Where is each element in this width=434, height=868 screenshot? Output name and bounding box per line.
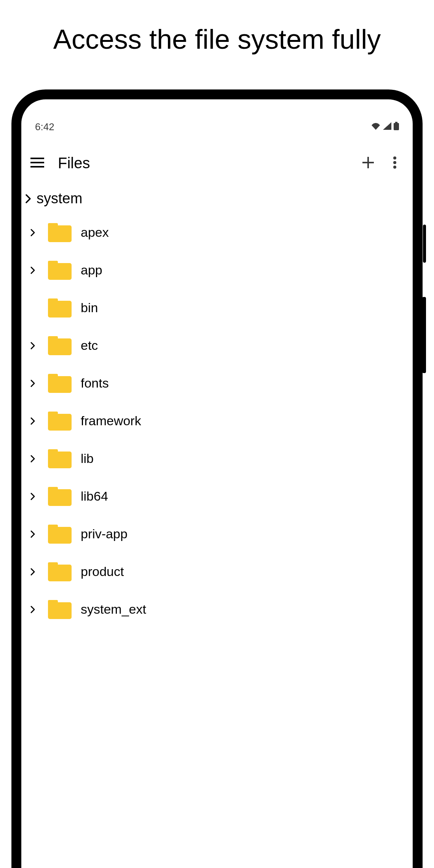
svg-rect-3 [30,162,44,163]
expand-toggle[interactable] [23,373,43,393]
expand-toggle[interactable] [23,223,43,243]
file-name: product [81,564,124,579]
list-item[interactable]: framework [21,402,413,440]
svg-rect-0 [395,122,397,123]
file-name: system_ext [81,602,146,617]
list-item[interactable]: etc [21,327,413,364]
svg-rect-2 [30,158,44,159]
file-name: fonts [81,376,109,391]
chevron-right-icon [28,492,37,501]
wifi-icon [371,122,381,131]
page-headline: Access the file system fully [0,0,434,71]
chevron-right-icon [28,416,37,426]
chevron-right-icon [28,341,37,350]
chevron-right-icon [28,266,37,275]
folder-icon [43,525,77,544]
app-title: Files [58,155,355,172]
folder-icon [43,600,77,619]
folder-icon [43,298,77,318]
expand-toggle[interactable] [23,449,43,469]
svg-point-8 [393,161,396,164]
battery-icon [394,122,399,132]
file-name: lib64 [81,489,108,504]
expand-toggle[interactable] [23,487,43,506]
chevron-right-icon [28,379,37,388]
list-item[interactable]: lib [21,440,413,477]
phone-side-button [422,297,426,373]
file-name: etc [81,338,98,353]
list-item[interactable]: fonts [21,364,413,402]
folder-icon [43,449,77,468]
expand-toggle[interactable] [23,336,43,356]
file-list: apexappbinetcfontsframeworkliblib64priv-… [21,214,413,628]
expand-toggle[interactable] [23,600,43,619]
svg-point-9 [393,166,396,169]
breadcrumb-label: system [37,190,82,207]
expand-toggle [23,298,43,318]
chevron-right-icon [23,193,34,204]
hamburger-icon [30,158,44,169]
list-item[interactable]: bin [21,289,413,327]
phone-screen: 6:42 [21,99,413,868]
phone-side-button [423,225,426,263]
status-icons [371,122,399,132]
breadcrumb[interactable]: system [21,181,413,214]
cellular-icon [383,122,391,131]
folder-icon [43,336,77,355]
chevron-right-icon [28,530,37,539]
svg-rect-1 [394,123,399,130]
file-name: apex [81,225,109,240]
chevron-right-icon [28,605,37,614]
list-item[interactable]: system_ext [21,590,413,628]
plus-icon [362,157,374,170]
list-item[interactable]: apex [21,214,413,251]
file-name: lib [81,451,94,466]
file-name: bin [81,300,98,315]
more-vert-icon [393,156,396,170]
folder-icon [43,223,77,242]
overflow-button[interactable] [381,152,408,175]
status-time: 6:42 [35,121,54,133]
folder-icon [43,374,77,393]
expand-toggle[interactable] [23,260,43,280]
expand-toggle[interactable] [23,524,43,544]
list-item[interactable]: lib64 [21,477,413,515]
add-button[interactable] [355,152,381,175]
chevron-right-icon [28,454,37,463]
expand-toggle[interactable] [23,562,43,582]
chevron-right-icon [28,567,37,576]
folder-icon [43,261,77,280]
svg-rect-6 [362,162,374,163]
expand-toggle[interactable] [23,411,43,431]
app-bar: Files [21,145,413,181]
file-name: app [81,263,102,278]
list-item[interactable]: product [21,553,413,590]
folder-icon [43,412,77,431]
folder-icon [43,487,77,506]
chevron-right-icon [28,228,37,237]
menu-button[interactable] [26,152,49,175]
file-name: framework [81,413,141,428]
svg-point-7 [393,156,396,160]
list-item[interactable]: priv-app [21,515,413,553]
svg-rect-4 [30,166,44,168]
list-item[interactable]: app [21,251,413,289]
phone-frame: 6:42 [11,89,423,868]
folder-icon [43,562,77,581]
status-bar: 6:42 [21,115,413,138]
file-name: priv-app [81,527,128,541]
